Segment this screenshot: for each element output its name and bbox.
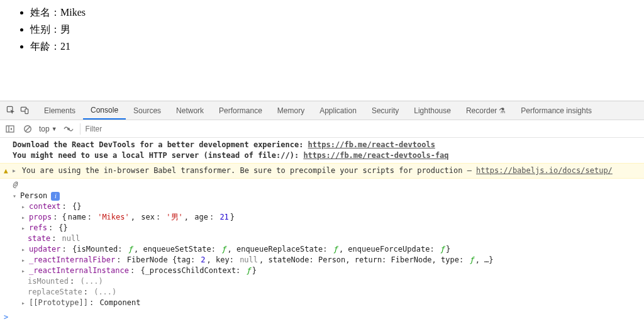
clear-console-icon[interactable] [21, 123, 34, 135]
tab-performance-insights[interactable]: Performance insights [513, 101, 599, 120]
tree-row[interactable]: state: null [13, 233, 639, 244]
page-content: 姓名：Mikes 性别：男 年龄：21 [0, 0, 644, 62]
tab-memory[interactable]: Memory [270, 101, 312, 120]
live-expression-icon[interactable] [62, 123, 75, 135]
svg-point-5 [67, 128, 70, 130]
tree-row[interactable]: isMounted: (...) [13, 276, 639, 287]
tab-network[interactable]: Network [169, 101, 211, 120]
filter-input[interactable] [80, 123, 218, 135]
tree-row[interactable]: props: {name: 'Mikes', sex: '男', age: 21… [13, 212, 639, 223]
sidebar-toggle-icon[interactable] [4, 123, 16, 135]
devtools-tabbar: Elements Console Sources Network Perform… [0, 101, 644, 120]
tab-application[interactable]: Application [312, 101, 364, 120]
tree-row[interactable]: context: {} [13, 201, 639, 212]
console-toolbar: top ▼ [0, 120, 644, 138]
warning-icon: ▲ [4, 165, 8, 176]
inspect-element-icon[interactable] [4, 104, 18, 118]
list-item: 年龄：21 [30, 38, 634, 55]
object-head[interactable]: Personi [13, 191, 639, 201]
link[interactable]: https://fb.me/react-devtools [308, 140, 435, 149]
tab-sources[interactable]: Sources [126, 101, 169, 120]
tab-elements[interactable]: Elements [36, 101, 83, 120]
context-selector[interactable]: top ▼ [39, 125, 57, 133]
value: 21 [60, 41, 70, 52]
log-message: Download the React DevTools for a better… [0, 138, 644, 163]
list-item: 姓名：Mikes [30, 4, 634, 21]
tree-row[interactable]: _reactInternalInstance: {_processChildCo… [13, 265, 639, 276]
tab-security[interactable]: Security [364, 101, 406, 120]
svg-rect-2 [25, 109, 28, 114]
flask-icon: ⚗ [499, 106, 506, 115]
list-item: 性别：男 [30, 21, 634, 38]
tab-lighthouse[interactable]: Lighthouse [406, 101, 458, 120]
expand-arrow[interactable]: ▸ [12, 165, 18, 176]
tab-console[interactable]: Console [83, 101, 126, 120]
log-at: @ [0, 179, 644, 191]
tree-row[interactable]: refs: {} [13, 223, 639, 233]
label: 姓名 [30, 7, 50, 18]
label: 年龄 [30, 41, 50, 52]
console-prompt[interactable]: > [4, 313, 8, 321]
tree-row[interactable]: _reactInternalFiber: FiberNode {tag: 2, … [13, 255, 639, 265]
tree-row[interactable]: replaceState: (...) [13, 287, 639, 298]
object-tree: Personi context: {} props: {name: 'Mikes… [0, 191, 644, 311]
value: 男 [60, 24, 70, 35]
tab-recorder[interactable]: Recorder ⚗ [458, 101, 513, 120]
device-toolbar-icon[interactable] [18, 104, 31, 118]
label: 性别 [30, 24, 50, 35]
link[interactable]: https://babeljs.io/docs/setup/ [476, 166, 613, 175]
tree-row[interactable]: [[Prototype]]: Component [13, 298, 639, 308]
value: Mikes [60, 7, 86, 18]
info-icon[interactable]: i [51, 192, 60, 201]
devtools-panel: Elements Console Sources Network Perform… [0, 101, 644, 324]
tab-performance[interactable]: Performance [211, 101, 270, 120]
warning-message: ▲ ▸ You are using the in-browser Babel t… [0, 163, 644, 179]
link[interactable]: https://fb.me/react-devtools-faq [303, 151, 448, 160]
tree-row[interactable]: updater: {isMounted: ƒ, enqueueSetState:… [13, 244, 639, 255]
chevron-down-icon: ▼ [52, 126, 57, 132]
console-output: Download the React DevTools for a better… [0, 138, 644, 311]
